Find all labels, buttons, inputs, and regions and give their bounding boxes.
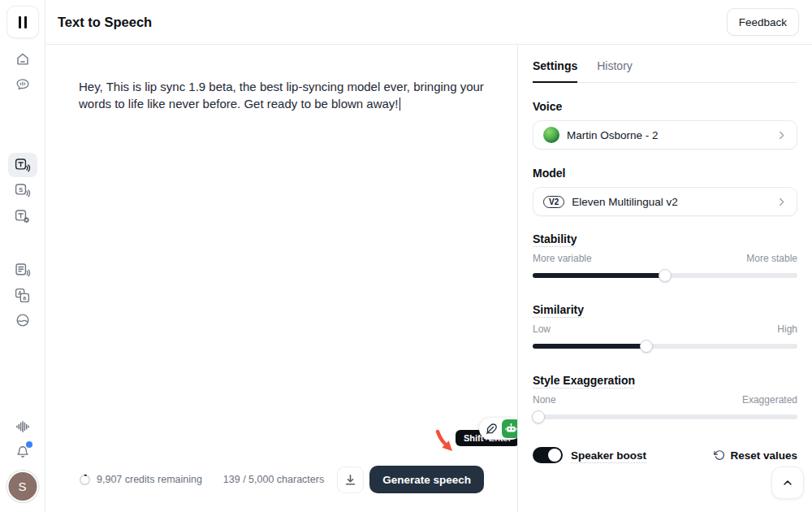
logo-bar — [19, 16, 22, 28]
tab-history[interactable]: History — [597, 59, 633, 82]
speech-text: Hey, This is lip sync 1.9 beta, the best… — [79, 80, 484, 111]
settings-panel: Settings History Voice Martin Osborne - … — [517, 46, 812, 512]
model-label: Model — [533, 167, 797, 180]
speech-to-speech-icon[interactable]: S — [8, 178, 37, 202]
stability-group: Stability More variable More stable — [533, 232, 797, 278]
style-min-label: None — [533, 394, 556, 406]
similarity-slider[interactable] — [533, 344, 797, 349]
similarity-max-label: High — [777, 323, 797, 335]
stability-slider-thumb[interactable] — [659, 269, 672, 282]
chevron-right-icon — [776, 197, 787, 207]
chevron-up-icon — [781, 476, 794, 489]
extension-pill[interactable] — [479, 418, 522, 440]
feedback-button[interactable]: Feedback — [727, 8, 799, 36]
speaker-boost-row: Speaker boost Reset values — [533, 447, 797, 463]
notification-dot — [26, 441, 32, 448]
dubbing-icon[interactable]: A a — [8, 283, 37, 307]
app-window: S A a — [0, 0, 812, 512]
similarity-group: Similarity Low High — [533, 303, 797, 349]
svg-text:a: a — [23, 294, 26, 300]
svg-text:S: S — [19, 185, 23, 193]
download-button[interactable] — [337, 466, 364, 493]
logo-bar — [24, 16, 28, 28]
audio-doc-icon[interactable] — [8, 258, 37, 282]
globe-icon[interactable] — [8, 308, 37, 332]
sidebar: S A a — [0, 0, 45, 512]
voice-label: Voice — [533, 100, 797, 113]
waveform-icon[interactable] — [8, 414, 37, 439]
style-slider-thumb[interactable] — [532, 410, 545, 423]
voice-avatar — [543, 127, 559, 143]
voice-select[interactable]: Martin Osborne - 2 — [533, 120, 797, 150]
editor-footer: 9,907 credits remaining 139 / 5,000 char… — [79, 466, 484, 493]
text-to-speech-icon[interactable] — [8, 153, 37, 177]
chevron-right-icon — [776, 130, 787, 141]
style-max-label: Exaggerated — [742, 394, 797, 406]
credits-label: 9,907 credits remaining — [97, 474, 202, 485]
text-caret — [400, 98, 401, 111]
model-version-badge: V2 — [543, 196, 564, 208]
generate-speech-button[interactable]: Generate speech — [369, 466, 484, 493]
voice-value: Martin Osborne - 2 — [567, 129, 659, 141]
page-title: Text to Speech — [58, 15, 152, 30]
style-exaggeration-label: Style Exaggeration — [533, 374, 797, 387]
home-icon[interactable] — [8, 47, 37, 72]
credits-remaining: 9,907 credits remaining — [79, 474, 202, 486]
speech-text-input[interactable]: Hey, This is lip sync 1.9 beta, the best… — [79, 78, 493, 455]
similarity-slider-thumb[interactable] — [640, 340, 653, 353]
style-exaggeration-group: Style Exaggeration None Exaggerated — [533, 374, 797, 419]
editor-area: Hey, This is lip sync 1.9 beta, the best… — [46, 46, 517, 512]
chat-voice-icon[interactable] — [8, 72, 37, 97]
model-select[interactable]: V2 Eleven Multilingual v2 — [533, 187, 797, 216]
speaker-boost-label: Speaker boost — [571, 449, 646, 462]
top-bar: Text to Speech Feedback — [46, 0, 812, 45]
toggle-knob — [548, 449, 561, 462]
text-to-sfx-icon[interactable] — [8, 204, 37, 228]
similarity-label: Similarity — [533, 303, 797, 316]
tab-settings[interactable]: Settings — [533, 59, 577, 83]
feather-icon — [485, 423, 498, 436]
reset-values-label: Reset values — [730, 449, 797, 462]
stability-label: Stability — [533, 232, 797, 245]
style-exaggeration-slider[interactable] — [533, 414, 797, 419]
similarity-min-label: Low — [533, 323, 551, 335]
bell-icon[interactable] — [8, 440, 37, 464]
download-icon — [343, 473, 357, 487]
stability-max-label: More stable — [746, 253, 797, 264]
stability-slider[interactable] — [533, 273, 797, 278]
speaker-boost-toggle[interactable] — [533, 447, 563, 463]
reset-icon — [714, 449, 725, 461]
character-count: 139 / 5,000 characters — [223, 474, 324, 485]
scroll-up-button[interactable] — [771, 466, 804, 499]
stability-min-label: More variable — [533, 253, 592, 264]
reset-values-button[interactable]: Reset values — [714, 449, 797, 462]
elevenlabs-logo[interactable] — [6, 6, 39, 38]
panel-tabs: Settings History — [533, 59, 797, 83]
credits-ring-icon — [79, 474, 91, 486]
model-value: Eleven Multilingual v2 — [572, 196, 678, 208]
user-avatar[interactable]: S — [8, 472, 37, 501]
